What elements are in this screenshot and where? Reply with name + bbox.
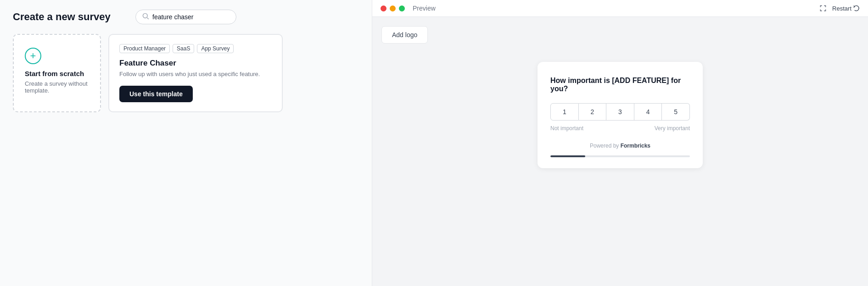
restart-button[interactable]: Restart (832, 5, 860, 12)
preview-label: Preview (413, 5, 436, 12)
use-template-button[interactable]: Use this template (119, 86, 193, 102)
preview-header: Preview Restart (372, 0, 868, 17)
template-card-title: Feature Chaser (119, 59, 272, 68)
rating-label-low: Not important (550, 125, 583, 132)
powered-by: Powered by Formbricks (550, 143, 690, 149)
rating-label-high: Very important (655, 125, 690, 132)
search-input[interactable] (152, 13, 230, 21)
preview-actions: Restart (819, 5, 860, 12)
rating-button-3[interactable]: 3 (606, 103, 634, 121)
search-icon (142, 13, 149, 21)
left-panel: Create a new survey + Start from scratch… (0, 0, 372, 286)
right-panel: Preview Restart Add logo (372, 0, 868, 286)
top-bar: Create a new survey (13, 11, 359, 23)
add-logo-button[interactable]: Add logo (381, 26, 428, 44)
rating-labels: Not important Very important (550, 125, 690, 132)
rating-row: 1 2 3 4 5 (550, 103, 690, 121)
cards-row: + Start from scratch Create a survey wit… (13, 34, 359, 112)
scratch-from-scratch-card[interactable]: + Start from scratch Create a survey wit… (13, 34, 101, 112)
window-close-dot (381, 6, 386, 11)
progress-bar-fill (550, 155, 585, 157)
rating-button-4[interactable]: 4 (634, 103, 662, 121)
survey-question-card: How important is [ADD FEATURE] for you? … (538, 62, 703, 168)
survey-question-text: How important is [ADD FEATURE] for you? (550, 77, 690, 93)
scratch-card-description: Create a survey without template. (25, 80, 89, 94)
tag-product-manager: Product Manager (119, 44, 170, 53)
feature-chaser-template-card: Product Manager SaaS App Survey Feature … (108, 34, 283, 112)
search-bar (135, 10, 236, 24)
template-card-description: Follow up with users who just used a spe… (119, 71, 272, 77)
svg-line-1 (147, 18, 149, 20)
page-title: Create a new survey (13, 11, 111, 23)
svg-point-0 (143, 13, 147, 18)
scratch-card-title: Start from scratch (25, 70, 84, 77)
window-minimize-dot (390, 6, 396, 11)
window-maximize-dot (399, 6, 405, 11)
rating-button-5[interactable]: 5 (662, 103, 690, 121)
restart-label: Restart (832, 5, 851, 12)
progress-bar (550, 155, 690, 157)
preview-content: Add logo How important is [ADD FEATURE] … (372, 17, 868, 286)
plus-icon: + (25, 48, 41, 64)
expand-icon-button[interactable] (819, 5, 827, 12)
window-controls: Preview (381, 5, 436, 12)
tags-row: Product Manager SaaS App Survey (119, 44, 272, 53)
search-bar-container (135, 10, 236, 24)
rating-button-2[interactable]: 2 (579, 103, 607, 121)
tag-app-survey: App Survey (197, 44, 234, 53)
tag-saas: SaaS (173, 44, 194, 53)
rating-button-1[interactable]: 1 (550, 103, 579, 121)
